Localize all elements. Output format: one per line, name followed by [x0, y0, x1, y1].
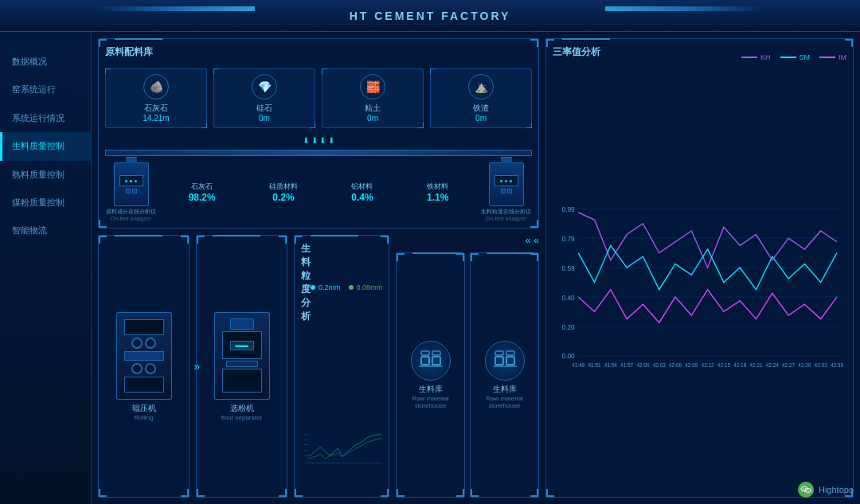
- iron-icon: ⛰️: [468, 74, 494, 100]
- raw-material-title: 原料配料库: [105, 45, 532, 62]
- svg-rect-62: [432, 351, 440, 355]
- storage-sublabel-2: Raw material storehouse: [477, 395, 532, 409]
- sidebar-item-logistics[interactable]: 智能物流: [0, 217, 91, 244]
- svg-text:42:03: 42:03: [653, 362, 666, 368]
- legend-im: IM: [819, 53, 846, 61]
- svg-text:41:48: 41:48: [572, 362, 585, 368]
- result-name-1: 硅质材料: [269, 182, 298, 192]
- svg-text:42:12: 42:12: [702, 362, 715, 368]
- particle-chart: 0.91 0.73 0.55 0.36 0.18 0 41:46 41:51 4…: [301, 336, 382, 504]
- clay-icon: 🧱: [360, 74, 385, 100]
- legend-im-label: IM: [838, 53, 846, 61]
- material-card-1: 💎 硅石 0m: [213, 68, 315, 128]
- svg-rect-65: [506, 357, 514, 365]
- svg-text:41:46: 41:46: [306, 462, 310, 463]
- rate-analysis-panel: 三率值分析 KH SM IM: [545, 38, 854, 498]
- separator-machine-sublabel: flour separator: [221, 414, 263, 421]
- storage-box-2: 生料库 Raw material storehouse: [470, 252, 539, 498]
- separator-machine-panel: ▬▬ 选粉机 flour separator: [196, 235, 287, 498]
- left-analyzer: 原料成分在线分析仪 On-line analyzer: [105, 162, 157, 221]
- header: HT CEMENT FACTORY: [0, 0, 860, 32]
- svg-text:0.55: 0.55: [304, 443, 308, 445]
- legend-02mm-label: 0.2mm: [319, 283, 341, 291]
- result-name-2: 铝材料: [351, 182, 373, 192]
- main-content: 原料配料库 🪨 石灰石 14.21m 💎 硅石 0m 🧱 粘土 0m: [92, 32, 860, 504]
- svg-text:42:21: 42:21: [354, 462, 358, 463]
- svg-text:42:27: 42:27: [782, 362, 796, 368]
- material-name-3: 铁渣: [436, 103, 526, 114]
- svg-text:42:30: 42:30: [366, 462, 370, 463]
- raw-material-panel: 原料配料库 🪨 石灰石 14.21m 💎 硅石 0m 🧱 粘土 0m: [98, 38, 539, 229]
- svg-rect-61: [421, 351, 429, 355]
- rolling-machine-sublabel: Rolling: [134, 414, 153, 421]
- svg-text:42:21: 42:21: [749, 362, 763, 368]
- rolling-machine-label: 辊压机: [132, 403, 156, 414]
- separator-machine-label: 选粉机: [230, 403, 254, 414]
- rate-chart: 0.99 0.79 0.59 0.40 0.20 0.00 41:48 41:5…: [553, 72, 846, 493]
- rolling-machine-body: [116, 312, 172, 400]
- sidebar-item-clinker-quality[interactable]: 熟料质量控制: [0, 161, 91, 189]
- material-card-3: ⛰️ 铁渣 0m: [430, 68, 532, 128]
- svg-text:0.00: 0.00: [562, 352, 576, 360]
- svg-text:0.99: 0.99: [562, 205, 576, 213]
- legend-kh-label: KH: [760, 53, 771, 61]
- result-1: 硅质材料 0.2%: [269, 182, 298, 203]
- left-analyzer-label: 原料成分在线分析仪: [105, 208, 157, 216]
- sidebar: 数据概况 窑系统运行 系统运行情况 生料质量控制 熟料质量控制 煤粉质量控制 智…: [0, 32, 92, 504]
- svg-text:0.20: 0.20: [562, 323, 576, 331]
- storage-label-1: 生料库: [419, 384, 443, 395]
- svg-text:0.36: 0.36: [304, 449, 308, 451]
- result-value-2: 0.4%: [351, 192, 373, 203]
- header-deco-right: [605, 6, 764, 11]
- rolling-machine-panel: 辊压机 Rolling »: [98, 235, 190, 498]
- svg-text:42:33: 42:33: [815, 362, 828, 368]
- particle-analysis-title: 生料粒度分析: [301, 242, 311, 326]
- svg-text:42:06: 42:06: [332, 462, 336, 463]
- svg-point-72: [805, 488, 806, 489]
- legend-sm: SM: [780, 53, 811, 61]
- svg-text:42:00: 42:00: [323, 462, 327, 463]
- svg-point-73: [807, 490, 807, 490]
- header-title: HT CEMENT FACTORY: [350, 10, 511, 22]
- material-results: 石灰石 98.2% 硅质材料 0.2% 铝材料 0.4% 铁材料 1.1%: [162, 182, 475, 203]
- silica-icon: 💎: [252, 74, 277, 100]
- top-arrows: « «: [396, 235, 539, 246]
- storage-icon-1: [411, 341, 451, 381]
- svg-text:42:12: 42:12: [340, 462, 344, 463]
- svg-text:0.79: 0.79: [562, 235, 576, 243]
- material-value-3: 0m: [436, 114, 526, 123]
- material-name-1: 硅石: [219, 103, 310, 114]
- svg-text:41:54: 41:54: [604, 362, 618, 368]
- svg-text:42:24: 42:24: [766, 362, 780, 368]
- legend-008mm-label: 0.08mm: [357, 283, 383, 291]
- legend-kh: KH: [741, 53, 771, 61]
- legend-02mm: 0.2mm: [311, 283, 341, 291]
- svg-text:0.18: 0.18: [304, 455, 308, 456]
- result-0: 石灰石 98.2%: [189, 182, 216, 203]
- result-value-3: 1.1%: [427, 192, 448, 203]
- svg-rect-66: [495, 351, 503, 355]
- sidebar-item-overview[interactable]: 数据概况: [0, 48, 91, 76]
- left-analyzer-sublabel: On-line analyzer: [105, 216, 157, 221]
- sidebar-item-system[interactable]: 系统运行情况: [0, 104, 91, 132]
- sidebar-item-kiln[interactable]: 窑系统运行: [0, 76, 91, 104]
- svg-text:42:33: 42:33: [370, 462, 374, 463]
- storage-area: « « 生料库: [396, 235, 539, 498]
- svg-text:42:15: 42:15: [717, 362, 731, 368]
- storage-sublabel-1: Raw material storehouse: [403, 395, 458, 409]
- right-analyzer-sublabel: On-line analyzer: [480, 216, 532, 221]
- sidebar-item-raw-quality[interactable]: 生料质量控制: [0, 132, 91, 160]
- result-2: 铝材料 0.4%: [351, 182, 373, 203]
- sidebar-item-coal-quality[interactable]: 煤粉质量控制: [0, 189, 91, 217]
- svg-point-71: [803, 488, 803, 489]
- svg-text:42:06: 42:06: [669, 362, 682, 368]
- analyzer-row: 原料成分在线分析仪 On-line analyzer 石灰石 98.2% 硅质材…: [105, 162, 532, 221]
- wechat-icon: [798, 482, 814, 498]
- svg-text:42:30: 42:30: [798, 362, 811, 368]
- svg-point-74: [808, 490, 809, 490]
- svg-text:41:57: 41:57: [319, 462, 322, 463]
- arrow-right-1[interactable]: »: [194, 360, 200, 373]
- svg-text:41:51: 41:51: [588, 362, 602, 368]
- watermark-text: Hightopo: [819, 485, 854, 494]
- watermark: Hightopo: [798, 482, 854, 498]
